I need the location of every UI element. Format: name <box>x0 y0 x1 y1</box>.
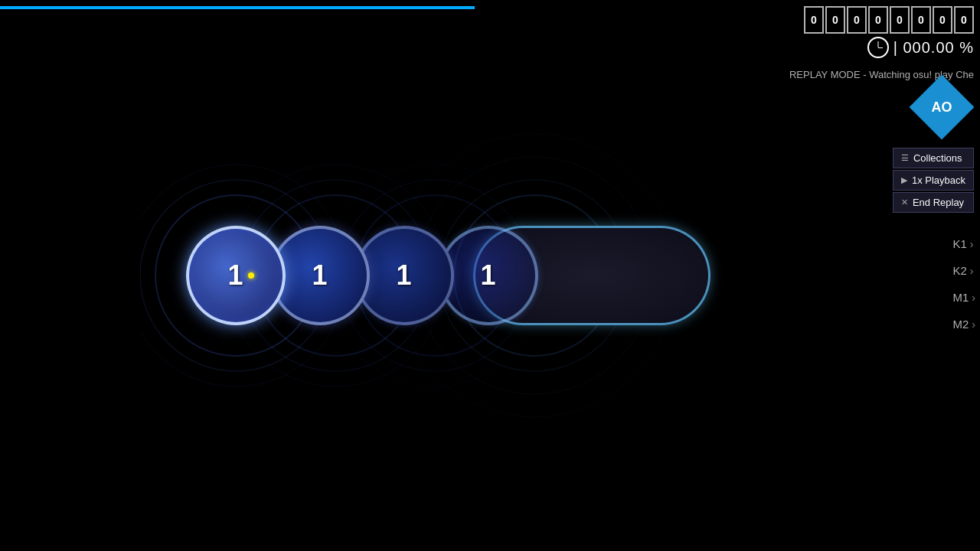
k1-label: K1 <box>952 237 966 250</box>
m1-chevron: › <box>972 292 975 304</box>
m2-chevron: › <box>972 318 975 331</box>
end-replay-icon: ✕ <box>901 197 908 207</box>
ao-logo: AO <box>919 84 965 130</box>
m1-indicator: M1 › <box>952 291 980 304</box>
game-area: 1 1 1 1 <box>0 0 896 551</box>
circle-number-2: 1 <box>312 259 327 292</box>
k2-indicator: K2 › <box>952 264 980 277</box>
end-replay-button[interactable]: ✕ End Replay <box>893 192 974 213</box>
hit-objects-container: 1 1 1 1 <box>186 226 710 325</box>
active-cursor-dot <box>248 272 254 279</box>
k2-chevron: › <box>970 265 974 277</box>
m2-label: M2 <box>952 318 969 331</box>
circle-number-1: 1 <box>227 259 243 292</box>
m2-indicator: M2 › <box>952 318 980 331</box>
playback-label: 1x Playback <box>912 174 965 186</box>
playback-button[interactable]: ▶ 1x Playback <box>893 170 974 191</box>
circle-number-4: 1 <box>480 259 495 292</box>
ao-text: AO <box>932 99 952 116</box>
playback-icon: ▶ <box>901 175 907 185</box>
k1-indicator: K1 › <box>952 237 980 250</box>
end-replay-label: End Replay <box>913 197 964 208</box>
hit-circle-1: 1 <box>186 226 286 325</box>
accuracy-text: | 000.00 % <box>893 39 974 57</box>
score-digit-8: 0 <box>954 6 974 34</box>
k2-label: K2 <box>952 264 966 277</box>
score-digit-6: 0 <box>911 6 931 34</box>
side-buttons-panel: ☰ Collections ▶ 1x Playback ✕ End Replay <box>893 148 974 213</box>
circle-number-3: 1 <box>396 259 411 292</box>
ao-diamond: AO <box>910 75 975 140</box>
m1-label: M1 <box>952 291 969 304</box>
score-digit-7: 0 <box>933 6 952 34</box>
collections-icon: ☰ <box>901 153 909 163</box>
k1-chevron: › <box>970 238 974 250</box>
circle-outer-1: 1 <box>186 226 286 325</box>
collections-button[interactable]: ☰ Collections <box>893 148 974 168</box>
collections-label: Collections <box>913 152 962 164</box>
key-indicators: K1 › K2 › M1 › M2 › <box>952 237 980 331</box>
